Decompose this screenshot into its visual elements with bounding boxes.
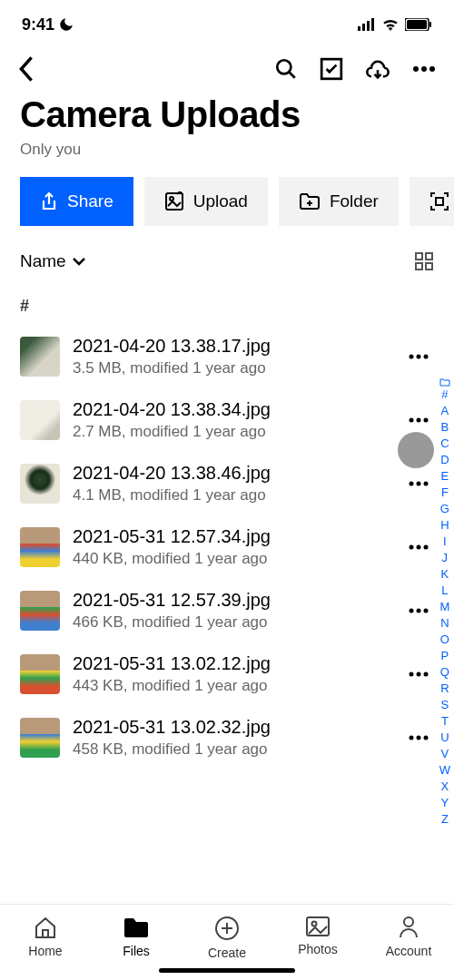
svg-rect-15 bbox=[166, 193, 183, 210]
file-info: 2021-05-31 13.02.12.jpg 443 KB, modified… bbox=[73, 653, 390, 695]
svg-point-30 bbox=[410, 482, 414, 486]
file-meta: 443 KB, modified 1 year ago bbox=[73, 677, 390, 695]
alpha-letter: J bbox=[442, 550, 449, 566]
share-label: Share bbox=[67, 191, 114, 211]
tab-home[interactable]: Home bbox=[0, 905, 91, 980]
more-action-button[interactable]: S bbox=[410, 177, 454, 226]
file-info: 2021-05-31 12.57.39.jpg 466 KB, modified… bbox=[73, 590, 390, 632]
tab-account[interactable]: Account bbox=[363, 905, 454, 980]
file-row[interactable]: 2021-04-20 13.38.34.jpg 2.7 MB, modified… bbox=[0, 388, 454, 452]
moon-icon bbox=[58, 16, 74, 33]
file-row[interactable]: 2021-04-20 13.38.46.jpg 4.1 MB, modified… bbox=[0, 452, 454, 515]
folder-button[interactable]: Folder bbox=[279, 177, 399, 226]
file-name: 2021-05-31 12.57.34.jpg bbox=[73, 526, 390, 547]
file-row[interactable]: 2021-05-31 12.57.39.jpg 466 KB, modified… bbox=[0, 579, 454, 642]
file-thumbnail bbox=[20, 527, 60, 567]
grid-icon bbox=[414, 251, 434, 271]
file-more-button[interactable] bbox=[403, 412, 434, 428]
svg-point-25 bbox=[417, 355, 421, 359]
view-toggle-button[interactable] bbox=[414, 251, 434, 271]
file-name: 2021-04-20 13.38.46.jpg bbox=[73, 463, 390, 484]
svg-point-39 bbox=[410, 672, 414, 677]
svg-rect-22 bbox=[416, 263, 422, 270]
download-button[interactable] bbox=[365, 57, 390, 81]
svg-point-44 bbox=[424, 736, 429, 740]
alpha-letter: S bbox=[441, 697, 449, 713]
svg-point-28 bbox=[417, 418, 421, 423]
file-row[interactable]: 2021-05-31 13.02.12.jpg 443 KB, modified… bbox=[0, 642, 454, 706]
file-info: 2021-05-31 12.57.34.jpg 440 KB, modified… bbox=[73, 526, 390, 568]
file-thumbnail bbox=[20, 464, 60, 504]
file-more-button[interactable] bbox=[403, 666, 434, 682]
svg-point-33 bbox=[410, 545, 414, 550]
alpha-letter: Z bbox=[441, 811, 449, 828]
alpha-index[interactable]: # A B C D E F G H I J K L M N O P Q R S … bbox=[439, 377, 450, 828]
file-thumbnail bbox=[20, 591, 60, 631]
file-meta: 4.1 MB, modified 1 year ago bbox=[73, 486, 390, 505]
file-info: 2021-04-20 13.38.17.jpg 3.5 MB, modified… bbox=[73, 336, 390, 377]
more-button[interactable] bbox=[412, 65, 436, 73]
chevron-down-icon bbox=[72, 257, 86, 266]
chevron-left-icon bbox=[18, 56, 35, 82]
file-more-button[interactable] bbox=[403, 603, 434, 619]
index-scroll-cursor[interactable] bbox=[398, 432, 434, 468]
person-icon bbox=[398, 916, 419, 939]
alpha-letter: N bbox=[440, 615, 449, 632]
upload-button[interactable]: Upload bbox=[144, 177, 268, 226]
svg-rect-1 bbox=[362, 24, 365, 31]
search-button[interactable] bbox=[274, 57, 298, 81]
file-more-button[interactable] bbox=[403, 348, 434, 365]
svg-point-24 bbox=[410, 355, 414, 359]
file-row[interactable]: 2021-05-31 13.02.32.jpg 458 KB, modified… bbox=[0, 706, 454, 769]
tab-label: Files bbox=[123, 944, 150, 958]
tab-label: Home bbox=[28, 944, 62, 958]
back-button[interactable] bbox=[18, 56, 35, 82]
alpha-letter: T bbox=[441, 713, 449, 730]
file-row[interactable]: 2021-04-20 13.38.17.jpg 3.5 MB, modified… bbox=[0, 325, 454, 388]
alpha-letter: L bbox=[441, 583, 448, 599]
alpha-letter: O bbox=[440, 632, 449, 648]
svg-point-36 bbox=[410, 609, 414, 613]
svg-point-41 bbox=[424, 672, 429, 677]
status-icons bbox=[358, 18, 432, 31]
file-more-button[interactable] bbox=[403, 475, 434, 492]
svg-point-43 bbox=[417, 736, 421, 740]
folder-label: Folder bbox=[330, 191, 379, 211]
file-thumbnail bbox=[20, 718, 60, 758]
svg-point-38 bbox=[424, 609, 429, 613]
svg-point-42 bbox=[410, 736, 414, 740]
folder-plus-icon bbox=[299, 192, 321, 211]
file-name: 2021-05-31 13.02.32.jpg bbox=[73, 717, 390, 738]
status-time: 9:41 bbox=[22, 15, 74, 34]
dots-icon bbox=[409, 481, 429, 486]
file-thumbnail bbox=[20, 654, 60, 694]
section-header: # bbox=[0, 288, 454, 325]
alpha-letter: B bbox=[441, 419, 449, 436]
share-button[interactable]: Share bbox=[20, 177, 133, 226]
svg-point-11 bbox=[413, 66, 419, 72]
dots-icon bbox=[409, 354, 429, 359]
svg-point-27 bbox=[410, 418, 414, 423]
share-icon bbox=[40, 191, 58, 211]
svg-point-7 bbox=[277, 60, 291, 74]
file-meta: 2.7 MB, modified 1 year ago bbox=[73, 423, 390, 441]
folder-mini-icon bbox=[439, 377, 450, 387]
alpha-letter: C bbox=[440, 436, 449, 452]
svg-rect-3 bbox=[371, 18, 374, 31]
alpha-letter: U bbox=[440, 730, 449, 746]
folder-icon bbox=[123, 916, 150, 939]
file-thumbnail bbox=[20, 400, 60, 440]
file-meta: 458 KB, modified 1 year ago bbox=[73, 740, 390, 759]
file-row[interactable]: 2021-05-31 12.57.34.jpg 440 KB, modified… bbox=[0, 515, 454, 579]
svg-rect-0 bbox=[358, 26, 360, 31]
file-more-button[interactable] bbox=[403, 539, 434, 555]
file-name: 2021-04-20 13.38.34.jpg bbox=[73, 399, 390, 420]
file-info: 2021-05-31 13.02.32.jpg 458 KB, modified… bbox=[73, 717, 390, 759]
dots-icon bbox=[409, 608, 429, 613]
home-indicator[interactable] bbox=[159, 968, 295, 973]
svg-point-32 bbox=[424, 482, 429, 486]
sort-button[interactable]: Name bbox=[20, 251, 86, 271]
file-more-button[interactable] bbox=[403, 730, 434, 746]
select-button[interactable] bbox=[320, 57, 343, 81]
page-subtitle: Only you bbox=[20, 141, 434, 159]
